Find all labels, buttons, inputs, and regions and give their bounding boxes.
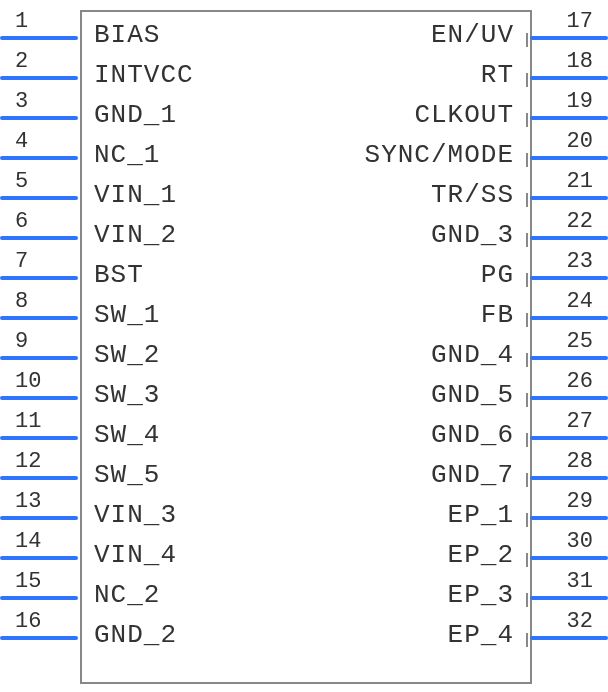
pin-number: 15 [15,569,65,594]
pin-row: 2INTVCC [0,50,300,90]
pin-number: 20 [543,129,593,154]
pin-label: EP_2 [448,540,514,570]
pin-number: 21 [543,169,593,194]
pin-label: SW_2 [94,340,160,370]
pin-wire [530,436,608,440]
pin-lead: 25 [528,330,608,370]
pin-wire [0,36,78,40]
pin-tick [526,233,528,247]
pin-tick [80,473,82,487]
pin-row: 30EP_2 [308,530,608,570]
pin-wire [0,556,78,560]
pin-row: 7BST [0,250,300,290]
pin-lead: 2 [0,50,80,90]
pin-number: 8 [15,289,65,314]
pin-wire [530,516,608,520]
pin-tick [80,353,82,367]
pin-tick [80,233,82,247]
pin-label: SW_1 [94,300,160,330]
pin-wire [0,316,78,320]
pin-row: 19CLKOUT [308,90,608,130]
pin-wire [530,356,608,360]
pin-tick [80,313,82,327]
pin-wire [0,516,78,520]
pin-wire [530,236,608,240]
pin-tick [80,393,82,407]
pin-number: 22 [543,209,593,234]
pin-lead: 23 [528,250,608,290]
pin-wire [530,556,608,560]
pin-label: SYNC/MODE [365,140,514,170]
pin-label: PG [481,260,514,290]
pin-wire [0,596,78,600]
pin-row: 28GND_7 [308,450,608,490]
pin-number: 28 [543,449,593,474]
pin-row: 32EP_4 [308,610,608,650]
pin-tick [80,553,82,567]
pin-label: BIAS [94,20,160,50]
pin-row: 31EP_3 [308,570,608,610]
pin-number: 30 [543,529,593,554]
pin-tick [526,153,528,167]
pin-row: 14VIN_4 [0,530,300,570]
pin-tick [526,393,528,407]
pin-lead: 26 [528,370,608,410]
pin-number: 26 [543,369,593,394]
pin-tick [80,113,82,127]
pin-number: 14 [15,529,65,554]
pin-tick [80,633,82,647]
pin-lead: 9 [0,330,80,370]
pin-label: VIN_2 [94,220,177,250]
pin-number: 11 [15,409,65,434]
pin-row: 13VIN_3 [0,490,300,530]
pin-label: GND_1 [94,100,177,130]
pin-number: 18 [543,49,593,74]
pin-label: EP_1 [448,500,514,530]
pin-number: 23 [543,249,593,274]
pin-lead: 17 [528,10,608,50]
pin-label: INTVCC [94,60,194,90]
pin-row: 9SW_2 [0,330,300,370]
pin-wire [0,116,78,120]
pin-label: BST [94,260,144,290]
pin-tick [526,193,528,207]
pin-row: 16GND_2 [0,610,300,650]
pin-wire [0,156,78,160]
pin-lead: 16 [0,610,80,650]
pin-number: 5 [15,169,65,194]
pin-number: 4 [15,129,65,154]
pin-row: 3GND_1 [0,90,300,130]
pin-label: SW_5 [94,460,160,490]
pin-label: RT [481,60,514,90]
pin-row: 23PG [308,250,608,290]
pin-lead: 28 [528,450,608,490]
pin-label: SW_4 [94,420,160,450]
pin-number: 6 [15,209,65,234]
pin-lead: 27 [528,410,608,450]
pin-label: CLKOUT [414,100,514,130]
pin-label: EP_4 [448,620,514,650]
pin-number: 25 [543,329,593,354]
pin-wire [530,316,608,320]
pin-lead: 18 [528,50,608,90]
pin-lead: 24 [528,290,608,330]
pin-number: 24 [543,289,593,314]
pin-label: GND_4 [431,340,514,370]
pin-lead: 22 [528,210,608,250]
pin-wire [0,76,78,80]
pin-lead: 11 [0,410,80,450]
pin-lead: 8 [0,290,80,330]
pin-number: 13 [15,489,65,514]
pin-lead: 6 [0,210,80,250]
pin-row: 6VIN_2 [0,210,300,250]
pin-lead: 10 [0,370,80,410]
pin-tick [80,593,82,607]
pin-wire [0,436,78,440]
pin-number: 27 [543,409,593,434]
pin-tick [80,193,82,207]
pin-tick [526,313,528,327]
pin-number: 16 [15,609,65,634]
pin-row: 20SYNC/MODE [308,130,608,170]
pin-wire [530,596,608,600]
pin-tick [526,113,528,127]
